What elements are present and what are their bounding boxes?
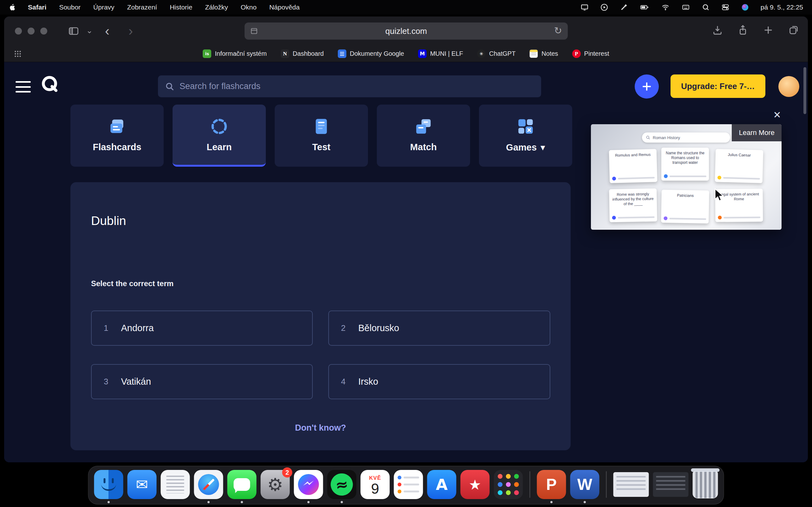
sidebar-icon[interactable] — [68, 25, 79, 37]
bookmark-pinterest[interactable]: PPinterest — [572, 49, 609, 58]
bookmark-notes[interactable]: Notes — [529, 49, 558, 58]
dock-separator — [530, 471, 530, 498]
dock-item-powerpoint[interactable]: P — [537, 470, 566, 499]
promo-flashcard-text: Romulus and Remus — [612, 152, 654, 158]
new-tab-icon[interactable] — [763, 25, 774, 36]
answer-option-3[interactable]: 3Vatikán — [91, 364, 313, 399]
tab-learn[interactable]: Learn — [172, 105, 266, 167]
page-scrollbar[interactable] — [803, 67, 806, 114]
dock-item-trash[interactable] — [693, 470, 718, 498]
bookmark-muni-elf[interactable]: MMUNI | ELF — [418, 49, 463, 58]
search-input[interactable] — [180, 81, 534, 91]
answer-options: 1Andorra 2Bělorusko 3Vatikán 4Irsko — [91, 311, 550, 399]
page-settings-icon[interactable] — [250, 27, 258, 35]
tab-overview-icon[interactable] — [788, 25, 799, 36]
close-button[interactable] — [15, 27, 22, 35]
promo-flashcard-text: Name the structure the Romans used to tr… — [664, 151, 706, 165]
tool-icon[interactable] — [620, 3, 628, 11]
minimize-button[interactable] — [28, 27, 35, 35]
siri-icon[interactable] — [741, 3, 749, 11]
share-icon[interactable] — [738, 25, 748, 36]
bookmark-chatgpt[interactable]: ✳ChatGPT — [477, 49, 515, 58]
dock-item-safari[interactable] — [194, 470, 223, 499]
promo-close-icon[interactable]: ✕ — [771, 109, 783, 120]
dock-item-reminders[interactable] — [394, 470, 423, 499]
dock-item-messages[interactable] — [227, 470, 257, 499]
minimized-window-thumbnail[interactable] — [653, 472, 689, 497]
dock-item-word[interactable]: W — [570, 470, 600, 499]
dock-item-spotify[interactable]: ≈ — [327, 470, 357, 499]
spotlight-icon[interactable] — [702, 3, 710, 11]
play-icon[interactable] — [600, 3, 608, 11]
learn-more-button[interactable]: Learn More — [732, 124, 781, 141]
bookmark-label: Notes — [542, 50, 558, 57]
forward-button[interactable]: › — [129, 23, 133, 39]
address-bar[interactable]: quizlet.com ↻ — [245, 22, 568, 40]
dock-item-system-settings[interactable]: ⚙2 — [261, 470, 290, 499]
dont-know-link[interactable]: Don't know? — [70, 423, 571, 433]
keyboard-icon[interactable] — [681, 3, 690, 11]
menu-item-zalozky[interactable]: Záložky — [205, 3, 228, 11]
menu-button[interactable] — [15, 81, 31, 93]
dock-item-mail[interactable]: ✉ — [128, 470, 157, 499]
tab-test[interactable]: Test — [275, 105, 368, 167]
bookmark-label: Dokumenty Google — [350, 50, 404, 57]
answer-option-4[interactable]: 4Irsko — [328, 364, 550, 399]
dock-item-app-store[interactable]: A — [427, 470, 456, 499]
bookmark-dokumenty-google[interactable]: Dokumenty Google — [338, 49, 404, 58]
promo-panel[interactable]: Learn More Roman History Romulus and Rem… — [591, 124, 781, 230]
app-store-icon: A — [436, 475, 448, 493]
menu-item-upravy[interactable]: Úpravy — [93, 3, 114, 11]
menu-item-historie[interactable]: Historie — [170, 3, 192, 11]
quizlet-logo[interactable] — [40, 74, 59, 94]
control-center-icon[interactable] — [721, 3, 729, 11]
menu-clock[interactable]: pá 9. 5., 22:25 — [761, 3, 803, 11]
answer-option-1[interactable]: 1Andorra — [91, 311, 313, 346]
messenger-icon — [298, 474, 319, 495]
menu-item-zobrazeni[interactable]: Zobrazení — [127, 3, 157, 11]
tab-label: Test — [312, 142, 330, 153]
menu-item-napoveda[interactable]: Nápověda — [269, 3, 300, 11]
battery-icon[interactable] — [640, 3, 650, 11]
dock-item-finder[interactable] — [94, 470, 123, 499]
tab-match[interactable]: Match — [377, 105, 470, 167]
dock-item-calendar[interactable]: KVĚ9 — [361, 470, 390, 499]
apple-menu-icon[interactable] — [9, 3, 15, 11]
avatar[interactable] — [778, 76, 799, 97]
chevron-down-icon[interactable] — [86, 29, 93, 36]
zoom-button[interactable] — [40, 27, 47, 35]
dock-item-textedit[interactable] — [161, 470, 190, 499]
answer-option-2[interactable]: 2Bělorusko — [328, 311, 550, 346]
create-button[interactable] — [635, 74, 659, 99]
promo-flashcard: Romulus and Remus — [609, 149, 658, 183]
wifi-icon[interactable] — [661, 3, 670, 11]
dock-item-messenger[interactable] — [294, 470, 323, 499]
display-icon[interactable] — [580, 3, 589, 11]
downloads-icon[interactable] — [712, 25, 723, 36]
menu-item-okno[interactable]: Okno — [241, 3, 257, 11]
browser-toolbar: ‹ › quizlet.com ↻ — [4, 16, 808, 46]
menu-item-soubor[interactable]: Soubor — [59, 3, 81, 11]
notification-badge: 2 — [282, 467, 293, 477]
back-button[interactable]: ‹ — [105, 23, 109, 39]
question-prompt: Select the correct term — [91, 279, 173, 288]
dock: ✉ ⚙2 ≈ KVĚ9 A ★ P W — [88, 466, 724, 504]
tab-flashcards[interactable]: Flashcards — [70, 105, 164, 167]
menu-item-safari[interactable]: Safari — [28, 3, 46, 11]
frequently-visited-icon[interactable] — [14, 50, 22, 58]
learn-icon — [209, 115, 230, 137]
dock-item-launchpad[interactable] — [494, 470, 523, 499]
option-number: 1 — [104, 323, 108, 333]
reminders-icon — [398, 475, 419, 480]
flashcard-search[interactable] — [158, 75, 541, 97]
option-number: 4 — [341, 377, 345, 387]
promo-flashcard-footer — [612, 176, 655, 181]
url-text: quizlet.com — [386, 26, 427, 36]
tab-games[interactable]: Games▾ — [479, 105, 572, 167]
bookmark-dashboard[interactable]: NDashboard — [281, 49, 324, 58]
bookmark-informacni-system[interactable]: isInformační systém — [203, 49, 266, 58]
reload-icon[interactable]: ↻ — [554, 25, 562, 36]
upgrade-button[interactable]: Upgrade: Free 7-… — [670, 74, 765, 98]
minimized-window-thumbnail[interactable] — [613, 472, 649, 497]
dock-item-media-app[interactable]: ★ — [461, 470, 490, 499]
